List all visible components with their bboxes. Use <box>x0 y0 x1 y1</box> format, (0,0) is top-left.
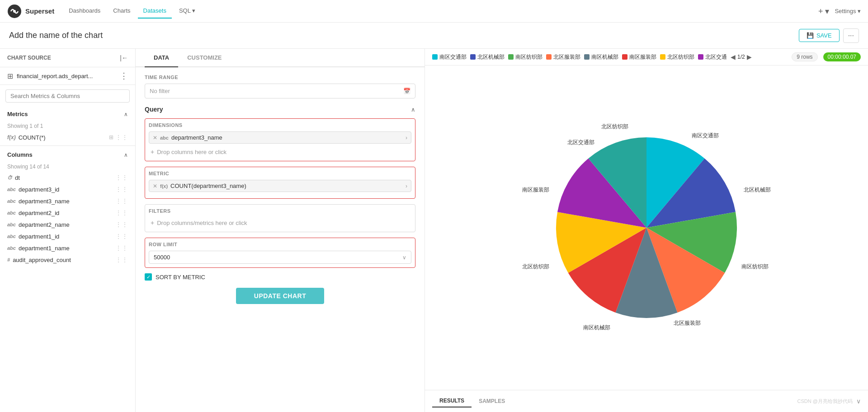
dimension-tag-type: abc <box>160 135 169 140</box>
svg-point-1 <box>13 10 16 13</box>
col-type-dept3id: abc <box>7 187 16 192</box>
col-name-audit: audit_approved_count <box>13 257 71 263</box>
col-drag-handle-dt[interactable]: ⋮⋮ <box>115 174 128 181</box>
col-left: abc department1_id <box>7 233 59 240</box>
col-name-dept2name: department2_name <box>19 221 70 228</box>
chart-area: 北区交通部 南区交通部 北区机械部 南区纺织部 北区服装部 南区机械部 北区纺织… <box>425 66 868 390</box>
metrics-chevron-icon: ∧ <box>124 111 128 117</box>
save-label: SAVE <box>816 32 832 39</box>
col-item-audit[interactable]: # audit_approved_count ⋮⋮ <box>0 254 135 266</box>
nav-links: Dashboards Charts Datasets SQL ▾ <box>63 4 818 19</box>
dimension-tag-left: ✕ abc department3_name <box>153 134 222 141</box>
search-metrics-input[interactable] <box>5 89 130 103</box>
chart-bottom: RESULTS SAMPLES CSDN @月亮给我抄代码 ∨ <box>425 390 868 412</box>
col-item-dept3id[interactable]: abc department3_id ⋮⋮ <box>0 183 135 195</box>
col-item-dept3name[interactable]: abc department3_name ⋮⋮ <box>0 195 135 207</box>
dimension-remove-button[interactable]: ✕ <box>153 135 157 141</box>
legend-dot-2 <box>508 54 514 60</box>
save-button[interactable]: 💾 SAVE <box>799 29 840 42</box>
legend-label-5: 南区服装部 <box>629 53 656 61</box>
metric-expand-icon[interactable]: › <box>406 183 407 189</box>
time-range-picker[interactable]: No filter 📅 <box>145 84 415 98</box>
col-drag-handle-audit[interactable]: ⋮⋮ <box>115 256 128 263</box>
col-type-audit: # <box>7 257 10 262</box>
col-item-dept2name[interactable]: abc department2_name ⋮⋮ <box>0 219 135 230</box>
legend-label-3: 北区服装部 <box>553 53 580 61</box>
nav-plus-button[interactable]: + ▾ <box>818 6 830 16</box>
metric-tag-left: ✕ f(x) COUNT(department3_name) <box>153 183 246 189</box>
legend-item-6: 北区纺织部 <box>660 53 694 61</box>
col-type-dept3name: abc <box>7 198 16 204</box>
columns-section-header[interactable]: Columns ∧ <box>0 148 135 162</box>
mid-panel: DATA CUSTOMIZE TIME RANGE No filter 📅 Qu… <box>136 49 425 412</box>
drop-dimensions-hint[interactable]: + Drop columns here or click <box>149 146 411 157</box>
calendar-icon: 📅 <box>403 88 410 94</box>
col-item-dept1id[interactable]: abc department1_id ⋮⋮ <box>0 230 135 242</box>
col-left: # audit_approved_count <box>7 257 71 263</box>
metric-chart-icon[interactable]: ⊞ <box>109 134 113 140</box>
tab-customize[interactable]: CUSTOMIZE <box>178 49 231 67</box>
col-item-dept2id[interactable]: abc department2_id ⋮⋮ <box>0 207 135 219</box>
row-limit-box: ROW LIMIT 50000 ∨ <box>145 238 415 268</box>
legend-dot-7 <box>698 54 703 60</box>
pie-label-nqjxb: 南区机械部 <box>583 324 610 331</box>
save-icon: 💾 <box>807 32 814 39</box>
col-item-dept1name[interactable]: abc department1_name ⋮⋮ <box>0 242 135 254</box>
divider <box>0 145 135 146</box>
tab-results[interactable]: RESULTS <box>432 395 472 407</box>
pie-chart: 北区交通部 南区交通部 北区机械部 南区纺织部 北区服装部 南区机械部 北区纺织… <box>533 115 760 341</box>
sort-by-metric-checkbox[interactable]: ✓ <box>145 273 152 281</box>
dataset-row: ⊞ financial_report.ads_depart... ⋮ <box>0 67 135 85</box>
col-drag-handle-dept2name[interactable]: ⋮⋮ <box>115 221 128 228</box>
metric-item[interactable]: f(x) COUNT(*) ⊞ ⋮⋮ <box>0 131 135 144</box>
update-chart-button[interactable]: UPDATE CHART <box>236 288 324 304</box>
dataset-options-button[interactable]: ⋮ <box>120 71 128 81</box>
collapse-icon[interactable]: |← <box>120 54 128 61</box>
chart-meta: 9 rows 00:00:00.07 <box>792 52 861 61</box>
col-type-dept1name: abc <box>7 245 16 251</box>
legend-dot-5 <box>622 54 627 60</box>
dimension-expand-icon[interactable]: › <box>406 135 407 141</box>
nav-settings-button[interactable]: Settings ▾ <box>835 8 861 14</box>
col-name-dept1name: department1_name <box>19 245 70 252</box>
metric-drag-handle[interactable]: ⋮⋮ <box>115 134 128 141</box>
dimension-tag-name: department3_name <box>171 134 222 141</box>
col-name-dept3id: department3_id <box>19 186 59 193</box>
drop-filters-hint[interactable]: + Drop columns/metrics here or click <box>149 217 411 228</box>
expand-icon[interactable]: ∨ <box>856 398 861 405</box>
col-drag-handle-dept3name[interactable]: ⋮⋮ <box>115 197 128 205</box>
tab-data[interactable]: DATA <box>145 49 178 67</box>
metric-name: COUNT(*) <box>19 134 46 141</box>
row-limit-select[interactable]: 50000 ∨ <box>149 251 411 264</box>
nav-dashboards[interactable]: Dashboards <box>63 4 106 19</box>
pie-label-bqjtb: 北区交通部 <box>567 139 594 145</box>
sort-metric-row: ✓ SORT BY METRIC <box>145 273 415 281</box>
col-name-dt: dt <box>15 174 20 181</box>
col-type-dt: ⏱ <box>7 175 12 180</box>
nav-charts[interactable]: Charts <box>108 4 136 19</box>
metric-remove-button[interactable]: ✕ <box>153 183 157 189</box>
col-name-dept3name: department3_name <box>19 198 70 205</box>
col-drag-handle-dept1id[interactable]: ⋮⋮ <box>115 233 128 240</box>
col-drag-handle-dept1name[interactable]: ⋮⋮ <box>115 244 128 252</box>
nav-sql[interactable]: SQL ▾ <box>174 4 201 19</box>
legend-next-button[interactable]: ▶ <box>747 53 752 61</box>
col-item-dt[interactable]: ⏱ dt ⋮⋮ <box>0 172 135 183</box>
metrics-section-header[interactable]: Metrics ∧ <box>0 107 135 121</box>
drop-dimensions-text: Drop columns here or click <box>157 149 226 155</box>
filters-label: FILTERS <box>149 208 411 214</box>
col-left: abc department2_id <box>7 210 59 216</box>
tab-samples[interactable]: SAMPLES <box>472 395 512 407</box>
metric-tag-type: f(x) <box>160 183 168 189</box>
dataset-grid-icon: ⊞ <box>7 72 13 80</box>
legend-label-7: 北区交通 <box>705 53 727 61</box>
legend-prev-button[interactable]: ◀ <box>731 53 736 61</box>
drop-filters-text: Drop columns/metrics here or click <box>157 220 247 226</box>
query-collapse-icon[interactable]: ∧ <box>411 106 415 113</box>
nav-right: + ▾ Settings ▾ <box>818 6 861 16</box>
more-button[interactable]: ··· <box>843 28 859 43</box>
col-drag-handle-dept3id[interactable]: ⋮⋮ <box>115 186 128 193</box>
nav-datasets[interactable]: Datasets <box>138 4 172 19</box>
logo[interactable]: Superset <box>7 4 54 19</box>
col-drag-handle-dept2id[interactable]: ⋮⋮ <box>115 209 128 216</box>
